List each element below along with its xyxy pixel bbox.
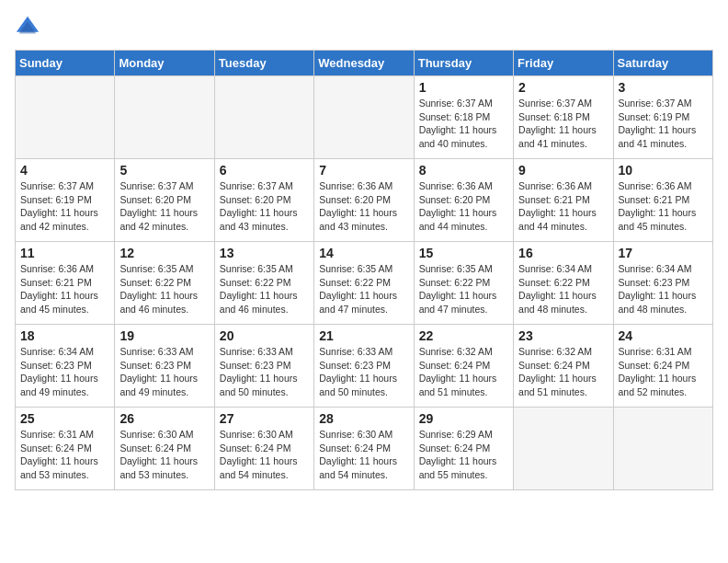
day-header-saturday: Saturday: [613, 51, 712, 76]
day-info: Sunrise: 6:37 AM Sunset: 6:18 PM Dayligh…: [419, 97, 508, 151]
day-header-thursday: Thursday: [414, 51, 513, 76]
day-info: Sunrise: 6:33 AM Sunset: 6:23 PM Dayligh…: [119, 345, 209, 399]
calendar-cell: 21Sunrise: 6:33 AM Sunset: 6:23 PM Dayli…: [314, 325, 414, 408]
calendar-table: SundayMondayTuesdayWednesdayThursdayFrid…: [15, 50, 713, 490]
day-number: 27: [220, 411, 309, 426]
day-info: Sunrise: 6:33 AM Sunset: 6:23 PM Dayligh…: [220, 345, 309, 399]
calendar-cell: 8Sunrise: 6:36 AM Sunset: 6:20 PM Daylig…: [414, 159, 513, 242]
day-number: 8: [419, 163, 508, 178]
day-info: Sunrise: 6:36 AM Sunset: 6:21 PM Dayligh…: [619, 179, 708, 234]
calendar-cell: 26Sunrise: 6:30 AM Sunset: 6:24 PM Dayli…: [115, 408, 214, 490]
day-number: 1: [419, 80, 508, 95]
calendar-cell: 23Sunrise: 6:32 AM Sunset: 6:24 PM Dayli…: [514, 325, 613, 408]
calendar-cell: 13Sunrise: 6:35 AM Sunset: 6:22 PM Dayli…: [214, 242, 313, 325]
calendar-cell: 22Sunrise: 6:32 AM Sunset: 6:24 PM Dayli…: [414, 325, 513, 408]
logo: [15, 15, 44, 40]
day-number: 12: [119, 246, 209, 260]
day-header-sunday: Sunday: [16, 51, 115, 76]
calendar-header-row: SundayMondayTuesdayWednesdayThursdayFrid…: [16, 51, 713, 76]
calendar-week-2: 11Sunrise: 6:36 AM Sunset: 6:21 PM Dayli…: [16, 242, 713, 325]
day-info: Sunrise: 6:36 AM Sunset: 6:21 PM Dayligh…: [20, 262, 109, 316]
day-number: 6: [220, 163, 309, 178]
day-number: 20: [220, 328, 309, 343]
calendar-week-3: 18Sunrise: 6:34 AM Sunset: 6:23 PM Dayli…: [16, 325, 713, 408]
calendar-cell: 5Sunrise: 6:37 AM Sunset: 6:20 PM Daylig…: [115, 159, 214, 242]
calendar-cell: 14Sunrise: 6:35 AM Sunset: 6:22 PM Dayli…: [314, 242, 414, 325]
calendar-cell: 4Sunrise: 6:37 AM Sunset: 6:19 PM Daylig…: [16, 159, 115, 242]
calendar-body: 1Sunrise: 6:37 AM Sunset: 6:18 PM Daylig…: [16, 76, 713, 490]
day-number: 13: [220, 246, 309, 260]
day-header-friday: Friday: [514, 51, 613, 76]
day-info: Sunrise: 6:32 AM Sunset: 6:24 PM Dayligh…: [419, 345, 508, 399]
day-number: 28: [319, 411, 408, 426]
calendar-cell: 15Sunrise: 6:35 AM Sunset: 6:22 PM Dayli…: [414, 242, 513, 325]
calendar-cell: 17Sunrise: 6:34 AM Sunset: 6:23 PM Dayli…: [613, 242, 712, 325]
calendar-cell: 1Sunrise: 6:37 AM Sunset: 6:18 PM Daylig…: [414, 76, 513, 159]
day-info: Sunrise: 6:35 AM Sunset: 6:22 PM Dayligh…: [319, 262, 408, 316]
day-info: Sunrise: 6:36 AM Sunset: 6:20 PM Dayligh…: [419, 179, 508, 234]
calendar-week-0: 1Sunrise: 6:37 AM Sunset: 6:18 PM Daylig…: [16, 76, 713, 159]
day-number: 5: [119, 163, 209, 178]
day-number: 11: [20, 246, 109, 260]
day-info: Sunrise: 6:35 AM Sunset: 6:22 PM Dayligh…: [419, 262, 508, 316]
day-info: Sunrise: 6:34 AM Sunset: 6:23 PM Dayligh…: [619, 262, 708, 316]
calendar-cell: 16Sunrise: 6:34 AM Sunset: 6:22 PM Dayli…: [514, 242, 613, 325]
day-info: Sunrise: 6:34 AM Sunset: 6:23 PM Dayligh…: [20, 345, 109, 399]
day-header-tuesday: Tuesday: [214, 51, 313, 76]
calendar-cell: [16, 76, 115, 159]
day-info: Sunrise: 6:37 AM Sunset: 6:20 PM Dayligh…: [220, 179, 309, 234]
calendar-cell: 19Sunrise: 6:33 AM Sunset: 6:23 PM Dayli…: [115, 325, 214, 408]
calendar-cell: 29Sunrise: 6:29 AM Sunset: 6:24 PM Dayli…: [414, 408, 513, 490]
calendar-cell: [214, 76, 313, 159]
day-info: Sunrise: 6:35 AM Sunset: 6:22 PM Dayligh…: [220, 262, 309, 316]
day-info: Sunrise: 6:34 AM Sunset: 6:22 PM Dayligh…: [518, 262, 608, 316]
day-info: Sunrise: 6:31 AM Sunset: 6:24 PM Dayligh…: [20, 428, 109, 482]
day-number: 14: [319, 246, 408, 260]
day-info: Sunrise: 6:33 AM Sunset: 6:23 PM Dayligh…: [319, 345, 408, 399]
day-info: Sunrise: 6:32 AM Sunset: 6:24 PM Dayligh…: [518, 345, 608, 399]
day-number: 10: [619, 163, 708, 178]
calendar-cell: 9Sunrise: 6:36 AM Sunset: 6:21 PM Daylig…: [514, 159, 613, 242]
day-info: Sunrise: 6:37 AM Sunset: 6:20 PM Dayligh…: [119, 179, 209, 234]
day-number: 19: [119, 328, 209, 343]
day-number: 18: [20, 328, 109, 343]
calendar-cell: 11Sunrise: 6:36 AM Sunset: 6:21 PM Dayli…: [16, 242, 115, 325]
calendar-cell: 28Sunrise: 6:30 AM Sunset: 6:24 PM Dayli…: [314, 408, 414, 490]
calendar-week-4: 25Sunrise: 6:31 AM Sunset: 6:24 PM Dayli…: [16, 408, 713, 490]
day-info: Sunrise: 6:35 AM Sunset: 6:22 PM Dayligh…: [119, 262, 209, 316]
day-info: Sunrise: 6:30 AM Sunset: 6:24 PM Dayligh…: [119, 428, 209, 482]
day-number: 25: [20, 411, 109, 426]
day-number: 3: [619, 80, 708, 95]
day-number: 22: [419, 328, 508, 343]
day-number: 17: [619, 246, 708, 260]
day-number: 23: [518, 328, 608, 343]
day-info: Sunrise: 6:37 AM Sunset: 6:19 PM Dayligh…: [619, 97, 708, 151]
calendar-cell: 7Sunrise: 6:36 AM Sunset: 6:20 PM Daylig…: [314, 159, 414, 242]
day-info: Sunrise: 6:30 AM Sunset: 6:24 PM Dayligh…: [319, 428, 408, 482]
day-info: Sunrise: 6:36 AM Sunset: 6:21 PM Dayligh…: [518, 179, 608, 234]
calendar-cell: 20Sunrise: 6:33 AM Sunset: 6:23 PM Dayli…: [214, 325, 313, 408]
day-info: Sunrise: 6:29 AM Sunset: 6:24 PM Dayligh…: [419, 428, 508, 482]
day-number: 16: [518, 246, 608, 260]
day-header-monday: Monday: [115, 51, 214, 76]
calendar-cell: 6Sunrise: 6:37 AM Sunset: 6:20 PM Daylig…: [214, 159, 313, 242]
day-number: 29: [419, 411, 508, 426]
calendar-cell: [514, 408, 613, 490]
day-info: Sunrise: 6:37 AM Sunset: 6:18 PM Dayligh…: [518, 97, 608, 151]
day-number: 26: [119, 411, 209, 426]
day-number: 9: [518, 163, 608, 178]
calendar-cell: [613, 408, 712, 490]
page-header: [15, 15, 713, 40]
day-info: Sunrise: 6:30 AM Sunset: 6:24 PM Dayligh…: [220, 428, 309, 482]
calendar-cell: 12Sunrise: 6:35 AM Sunset: 6:22 PM Dayli…: [115, 242, 214, 325]
calendar-week-1: 4Sunrise: 6:37 AM Sunset: 6:19 PM Daylig…: [16, 159, 713, 242]
calendar-cell: [314, 76, 414, 159]
calendar-cell: 27Sunrise: 6:30 AM Sunset: 6:24 PM Dayli…: [214, 408, 313, 490]
logo-icon: [15, 15, 40, 40]
calendar-cell: 10Sunrise: 6:36 AM Sunset: 6:21 PM Dayli…: [613, 159, 712, 242]
day-number: 21: [319, 328, 408, 343]
day-info: Sunrise: 6:31 AM Sunset: 6:24 PM Dayligh…: [619, 345, 708, 399]
day-number: 2: [518, 80, 608, 95]
calendar-cell: 18Sunrise: 6:34 AM Sunset: 6:23 PM Dayli…: [16, 325, 115, 408]
calendar-cell: 3Sunrise: 6:37 AM Sunset: 6:19 PM Daylig…: [613, 76, 712, 159]
